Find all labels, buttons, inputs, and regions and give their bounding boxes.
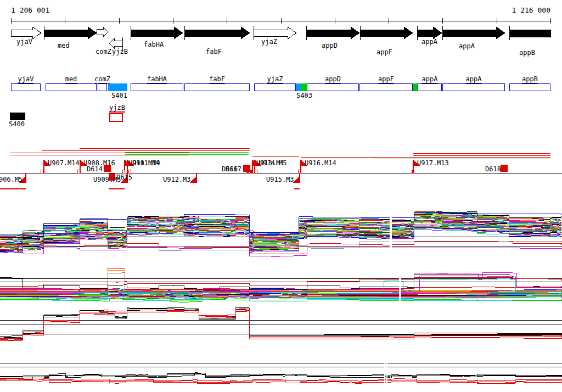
probe-base-square: [298, 170, 300, 173]
gene-box-label-appA[interactable]: appA: [422, 76, 438, 83]
gene-box-fabHA: [131, 83, 183, 91]
probe-base-square: [246, 170, 249, 173]
discontinuity-gap: [386, 358, 387, 391]
gene-box-label-fabF[interactable]: fabF: [209, 76, 225, 83]
gene-arrow-label-yjzB: yjzB: [112, 48, 128, 55]
gene-arrow-appA: [417, 27, 442, 39]
feature-label-yjzB[interactable]: yjzB: [109, 104, 125, 113]
gene-box-label-yjaV[interactable]: yjaV: [18, 76, 34, 83]
gene-arrow-label-yjaV: yjaV: [16, 38, 32, 45]
probe-label-U914.M5: U914.M5: [259, 160, 287, 166]
gene-arrow-label-fabHA: fabHA: [144, 41, 164, 48]
probe-label-D615: D615: [116, 174, 132, 181]
probe-base-square: [255, 170, 257, 173]
gene-arrow-med: [44, 27, 97, 39]
probe-label-U916.M14: U916.M14: [305, 160, 336, 166]
segment-marker: [301, 83, 307, 91]
probe-base-square: [77, 170, 80, 173]
probe-base-square: [128, 170, 131, 173]
gene-arrow-label-appA: appA: [422, 38, 437, 45]
gene-arrow-appD: [306, 27, 359, 39]
probe-label-U915.M3: U915.M3: [266, 176, 294, 183]
gene-arrow-label-comZ: comZ: [95, 48, 111, 55]
discontinuity-gap: [399, 268, 401, 303]
gene-arrow-appB: [509, 30, 550, 37]
gene-arrow-appA: [442, 27, 505, 39]
genome-browser-view: 1 206 001 1 216 000 yjaVmedcomZyjzBfabHA…: [0, 0, 562, 392]
segment-label-S401: S401: [111, 92, 127, 99]
gene-arrow-yjzB: [109, 38, 122, 48]
segment-marker: [413, 83, 418, 91]
feature-box-yjzB: [109, 113, 123, 122]
discontinuity-gap: [384, 358, 385, 391]
probe-base-square: [412, 170, 414, 173]
probe-label-U911.M9: U911.M9: [132, 160, 160, 166]
gene-box-comZ: [98, 83, 107, 91]
gene-arrow-label-med: med: [58, 42, 70, 49]
segment-marker: [296, 83, 301, 91]
gene-box-med: [46, 83, 97, 91]
feature-label-S400: S400: [9, 121, 25, 127]
gene-arrow-label-yjaZ: yjaZ: [261, 38, 277, 45]
gene-box-yjaV: [11, 83, 41, 91]
gene-box-label-yjaZ[interactable]: yjaZ: [267, 76, 283, 83]
probe-label-D614: D614: [87, 166, 103, 172]
graphics-canvas: [0, 0, 562, 392]
probe-label-906.M5: 906.M5: [0, 176, 23, 183]
gene-arrow-yjaZ: [254, 27, 296, 39]
gene-box-yjaZ: [254, 83, 296, 91]
feature-box-S400: [10, 113, 25, 120]
gene-arrow-fabHA: [131, 27, 183, 39]
gene-box-appF: [359, 83, 413, 91]
gene-box-fabF: [184, 83, 250, 91]
probe-base-square: [122, 170, 125, 173]
probe-label-U907.M14: U907.M14: [48, 160, 80, 166]
probe-label-U912.M3: U912.M3: [163, 176, 191, 183]
probe-base-square: [250, 170, 252, 173]
gene-arrow-label-appD: appD: [322, 42, 338, 49]
gene-arrow-fabF: [184, 27, 250, 39]
expression-line: [0, 275, 562, 290]
gene-arrow-appF: [360, 27, 413, 39]
gene-arrow-comZ: [97, 27, 108, 37]
gene-box-label-med[interactable]: med: [65, 76, 77, 83]
expression-line: [0, 273, 562, 292]
gene-arrow-label-appB: appB: [519, 49, 535, 56]
gene-box-appA: [442, 83, 505, 91]
gene-box-label-appA[interactable]: appA: [466, 76, 482, 83]
discontinuity-gap: [390, 213, 392, 248]
gene-box-label-appD[interactable]: appD: [325, 76, 341, 83]
probe-label-D618: D618: [485, 166, 501, 172]
segment-label-S403: S403: [296, 92, 312, 99]
gene-box-label-appF[interactable]: appF: [378, 76, 394, 83]
gene-box-appA: [418, 83, 442, 91]
segment-marker: [108, 83, 127, 91]
probe-label-D617: D617: [226, 166, 241, 172]
gene-box-appB: [509, 83, 550, 91]
gene-box-label-appB[interactable]: appB: [522, 76, 538, 83]
gene-arrow-label-appA: appA: [459, 43, 475, 49]
gene-arrow-label-appF: appF: [376, 49, 392, 55]
probe-box-D618: [501, 165, 508, 172]
gene-box-label-fabHA[interactable]: fabHA: [147, 76, 167, 83]
probe-base-square: [41, 170, 43, 173]
gene-arrow-yjaV: [11, 27, 41, 39]
gene-arrow-label-fabF: fabF: [206, 48, 222, 55]
gene-box-label-comZ[interactable]: comZ: [94, 76, 110, 83]
gene-box-appD: [307, 83, 359, 91]
probe-label-U917.M13: U917.M13: [417, 160, 449, 166]
